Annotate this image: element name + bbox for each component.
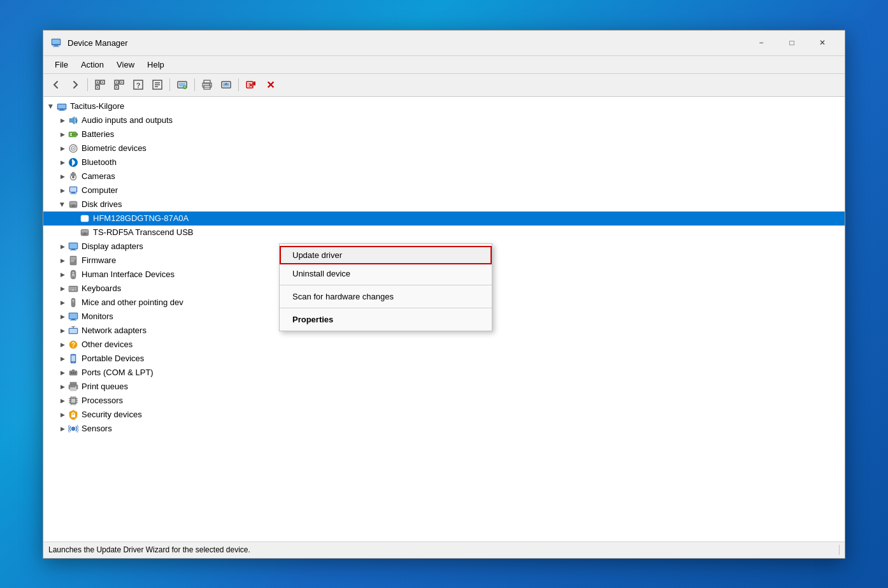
tree-tsrdf5a[interactable]: ▶ TS-RDF5A Transcend USB [43,226,845,240]
device-tree[interactable]: ▶ Tacitus-Kilgore ▶ [43,97,845,541]
svg-rect-71 [82,230,88,233]
tree-computer[interactable]: ▶ Computer [43,183,845,197]
window-title: Device Manager [68,38,747,48]
monitors-icon [68,311,79,322]
tree-portable[interactable]: ▶ Portable Devices [43,352,845,366]
tree-processors[interactable]: ▶ [43,394,845,408]
other-chevron: ▶ [57,340,68,350]
print-icon [68,381,79,392]
menu-help[interactable]: Help [141,57,171,72]
mice-chevron: ▶ [57,298,68,308]
tree-batteries[interactable]: ▶ Batteries [43,127,845,141]
other-icon: ? [68,339,79,350]
root-label: Tacitus-Kilgore [70,101,124,111]
svg-rect-82 [71,261,74,262]
maximize-button[interactable]: □ [777,32,806,53]
toolbar-separator-3 [194,78,195,91]
svg-rect-101 [71,319,75,320]
svg-rect-85 [72,274,75,276]
svg-rect-48 [72,133,73,136]
svg-point-113 [71,372,72,373]
batteries-chevron: ▶ [57,129,68,140]
svg-rect-89 [69,287,71,289]
hid-icon [68,269,79,280]
context-scan[interactable]: Scan for hardware changes [280,287,492,306]
properties-button[interactable] [148,76,166,93]
svg-point-30 [209,84,210,85]
close-button[interactable]: ✕ [808,32,837,53]
back-button[interactable] [47,76,65,93]
disk-drives-chevron: ▶ [57,199,68,210]
svg-rect-81 [71,260,75,261]
svg-rect-91 [73,287,75,289]
processors-label: Processors [82,396,123,405]
expand-all-button[interactable] [91,76,109,93]
menu-action[interactable]: Action [75,57,110,72]
computer-chevron: ▶ [57,185,68,196]
svg-point-51 [73,148,74,149]
toolbar: ? + [43,74,845,97]
svg-rect-2 [54,45,58,47]
tree-root[interactable]: ▶ Tacitus-Kilgore [43,99,845,113]
print-button[interactable] [198,76,216,93]
delete-button[interactable]: ✕ [261,76,279,93]
firmware-chevron: ▶ [57,255,68,266]
tree-audio[interactable]: ▶ Audio inputs and outputs [43,113,845,127]
tree-ports[interactable]: ▶ Ports (COM & LPT) [43,366,845,380]
ports-icon [68,367,79,378]
tree-biometric[interactable]: ▶ Biometric devices [43,141,845,155]
svg-rect-134 [76,402,78,403]
context-update-driver[interactable]: Update driver [280,246,492,264]
scan-hardware-button[interactable]: + [173,76,191,93]
portable-icon [68,353,79,364]
collapse-all-button[interactable] [110,76,128,93]
svg-point-73 [84,233,85,234]
menu-view[interactable]: View [110,57,141,72]
tree-disk-drives[interactable]: ▶ Disk drives [43,197,845,212]
tree-bluetooth[interactable]: ▶ Bluetooth [43,155,845,169]
svg-rect-61 [70,193,76,194]
svg-rect-119 [70,387,76,391]
help-button[interactable]: ? [129,76,147,93]
svg-rect-100 [69,313,77,319]
tsrdf5a-icon [79,227,90,238]
svg-rect-129 [69,398,70,399]
bluetooth-icon [68,157,79,168]
toolbar-separator-1 [87,78,88,91]
svg-point-87 [74,276,75,277]
tree-print-queues[interactable]: ▶ Print queues [43,380,845,394]
context-properties[interactable]: Properties [280,310,492,329]
uninstall-button[interactable]: ✕ [242,76,260,93]
svg-rect-67 [82,216,88,219]
tree-security[interactable]: ▶ Security devices [43,408,845,422]
menu-file[interactable]: File [48,57,75,72]
tree-cameras[interactable]: ▶ Cameras [43,169,845,183]
svg-point-114 [73,372,74,373]
minimize-button[interactable]: − [747,32,776,53]
tree-hfm128[interactable]: ▶ HFM128GDGTNG-87A0A [43,212,845,226]
cameras-icon [68,171,79,182]
svg-rect-130 [69,400,70,401]
svg-rect-75 [69,243,77,248]
svg-rect-122 [71,399,75,403]
add-device-button[interactable] [217,76,235,93]
hid-chevron: ▶ [57,269,68,280]
keyboards-label: Keyboards [82,283,121,293]
mice-label: Mice and other pointing dev [82,298,183,307]
sensors-icon [68,423,79,434]
tree-other-devices[interactable]: ▶ ? Other devices [43,338,845,352]
batteries-label: Batteries [82,129,114,139]
network-chevron: ▶ [57,326,68,336]
root-icon [56,101,68,112]
window-controls: − □ ✕ [747,32,837,53]
svg-rect-94 [71,289,75,290]
menubar: File Action View Help [43,56,845,74]
tree-sensors[interactable]: ▶ Sensors [43,422,845,436]
context-uninstall[interactable]: Uninstall device [280,264,492,283]
device-manager-window: Device Manager − □ ✕ File Action View He… [43,30,845,559]
forward-button[interactable] [66,76,84,93]
keyboards-chevron: ▶ [57,283,68,294]
toolbar-separator-4 [238,78,239,91]
svg-rect-60 [71,192,75,194]
portable-label: Portable Devices [82,354,144,363]
